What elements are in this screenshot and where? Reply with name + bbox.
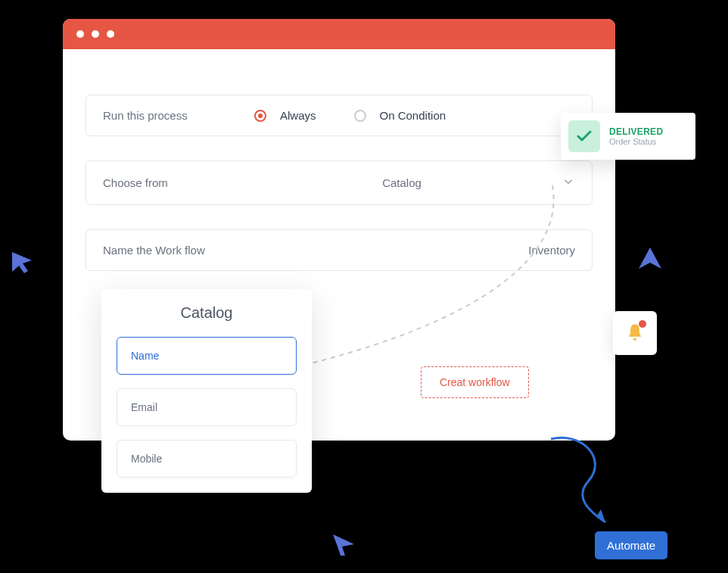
delivered-title: DELIVERED: [609, 126, 663, 137]
name-workflow-field[interactable]: Name the Work flow Inventory: [86, 229, 593, 271]
swirl-arrow-icon: [536, 435, 619, 534]
cursor-arrow-icon: [9, 249, 35, 275]
choose-from-field[interactable]: Choose from Catalog: [86, 160, 593, 205]
window-control-dot[interactable]: [92, 30, 99, 38]
name-workflow-value: Inventory: [528, 244, 575, 257]
radio-on-condition[interactable]: [354, 110, 366, 122]
check-icon: [568, 120, 600, 152]
svg-marker-1: [12, 252, 32, 273]
catalog-field-name[interactable]: Name: [117, 337, 297, 375]
delivered-card: DELIVERED Order Status: [561, 113, 695, 160]
svg-marker-3: [333, 534, 354, 556]
form-area: Run this process Always On Condition Cho…: [63, 49, 615, 271]
run-process-label: Run this process: [103, 109, 254, 122]
window-titlebar: [63, 19, 615, 49]
option-condition-label[interactable]: On Condition: [380, 109, 446, 122]
catalog-field-mobile[interactable]: Mobile: [117, 440, 297, 478]
cursor-arrow-icon: [331, 531, 357, 557]
create-workflow-button[interactable]: Creat workflow: [421, 366, 529, 398]
window-control-dot[interactable]: [107, 30, 114, 38]
radio-always[interactable]: [254, 110, 266, 122]
catalog-card: Catalog Name Email Mobile: [101, 289, 312, 493]
automate-button[interactable]: Automate: [595, 531, 667, 559]
chevron-down-icon[interactable]: [562, 175, 575, 191]
notification-bell-card[interactable]: [613, 311, 657, 355]
window-control-dot[interactable]: [76, 30, 84, 38]
choose-from-label: Choose from: [103, 176, 254, 189]
catalog-field-email[interactable]: Email: [117, 388, 297, 426]
name-workflow-label: Name the Work flow: [103, 244, 254, 257]
cursor-arrow-icon: [637, 246, 663, 272]
catalog-title: Catalog: [117, 304, 297, 322]
delivered-subtitle: Order Status: [609, 137, 663, 146]
option-always-label[interactable]: Always: [280, 109, 316, 122]
run-process-field: Run this process Always On Condition: [86, 95, 593, 136]
svg-marker-2: [639, 248, 661, 269]
choose-from-value: Catalog: [382, 176, 434, 189]
notification-badge-icon: [639, 320, 646, 328]
